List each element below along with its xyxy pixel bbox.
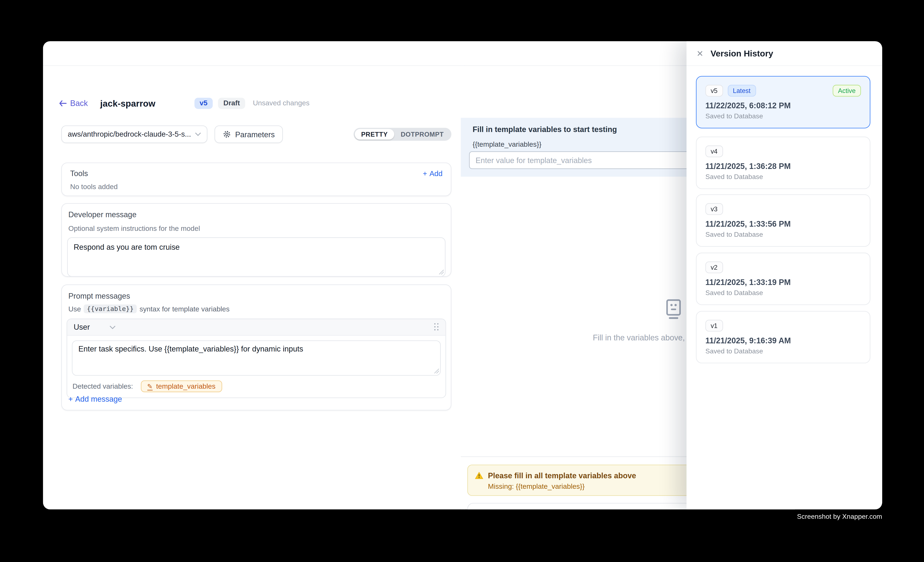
unsaved-changes-label: Unsaved changes: [253, 99, 309, 107]
warning-title: Please fill in all template variables ab…: [488, 471, 636, 480]
template-variables-title: Fill in template variables to start test…: [473, 125, 617, 134]
tools-card: Tools + Add No tools added: [62, 163, 452, 196]
model-select-value: aws/anthropic/bedrock-claude-3-5-s...: [68, 130, 195, 138]
tools-title: Tools: [70, 169, 88, 178]
plus-icon: +: [423, 169, 427, 178]
chevron-down-icon: [195, 132, 201, 136]
version-badge: v5: [194, 97, 213, 109]
back-arrow-icon: [59, 100, 67, 106]
version-date: 11/21/2025, 1:33:19 PM: [705, 278, 861, 287]
version-date: 11/21/2025, 9:16:39 AM: [705, 336, 861, 345]
version-number-badge: v4: [705, 145, 723, 157]
message-header: User: [67, 319, 446, 336]
version-history-title: Version History: [710, 49, 773, 58]
version-number-badge: v2: [705, 262, 723, 273]
tools-empty-text: No tools added: [70, 182, 442, 191]
prompt-messages-title: Prompt messages: [69, 291, 446, 300]
active-badge: Active: [832, 85, 861, 97]
version-card-v1[interactable]: v1 11/21/2025, 9:16:39 AM Saved to Datab…: [696, 311, 870, 363]
parameters-button[interactable]: Parameters: [214, 126, 283, 143]
detected-variables-label: Detected variables:: [72, 382, 133, 390]
page-title: jack-sparrow: [100, 98, 155, 108]
back-label: Back: [70, 99, 88, 108]
prompt-editor-pane: Back jack-sparrow v5 Draft Unsaved chang…: [43, 66, 465, 509]
version-card-v4[interactable]: v4 11/21/2025, 1:36:28 PM Saved to Datab…: [696, 137, 870, 189]
developer-message-card: Developer message Optional system instru…: [62, 203, 452, 277]
title-row: Back jack-sparrow v5 Draft Unsaved chang…: [59, 97, 309, 109]
version-status: Saved to Database: [705, 112, 861, 120]
developer-message-textarea[interactable]: Respond as you are tom cruise: [67, 237, 446, 277]
latest-badge: Latest: [728, 85, 756, 97]
message-block: User Enter task specifics. Use {{templat…: [67, 318, 446, 398]
back-button[interactable]: Back: [59, 99, 88, 108]
drag-handle-icon[interactable]: [434, 323, 439, 331]
pencil-icon: ✎: [147, 383, 153, 390]
version-status: Saved to Database: [705, 231, 861, 238]
hint-prefix: Use: [69, 305, 81, 313]
tab-pretty[interactable]: PRETTY: [355, 129, 394, 140]
developer-message-subtitle: Optional system instructions for the mod…: [69, 224, 446, 233]
version-status: Saved to Database: [705, 289, 861, 296]
version-card-v2[interactable]: v2 11/21/2025, 1:33:19 PM Saved to Datab…: [696, 253, 870, 305]
hint-suffix: syntax for template variables: [140, 305, 230, 313]
version-history-header: ✕ Version History: [687, 41, 882, 66]
parameters-label: Parameters: [235, 130, 275, 139]
draft-badge: Draft: [218, 97, 245, 109]
app-window: Back jack-sparrow v5 Draft Unsaved chang…: [43, 41, 882, 509]
gear-icon: [223, 130, 231, 138]
version-card-v3[interactable]: v3 11/21/2025, 1:33:56 PM Saved to Datab…: [696, 194, 870, 247]
message-textarea[interactable]: Enter task specifics. Use {{template_var…: [72, 341, 441, 376]
variable-code-chip: {{variable}}: [84, 305, 136, 313]
close-icon[interactable]: ✕: [697, 49, 704, 57]
developer-message-title: Developer message: [69, 210, 446, 219]
role-select-value: User: [74, 323, 90, 332]
version-number-badge: v3: [705, 203, 723, 215]
add-message-label: Add message: [75, 395, 122, 404]
detected-variables-row: Detected variables: ✎ template_variables: [67, 376, 446, 398]
detected-variable-name: template_variables: [156, 382, 216, 390]
prompt-messages-card: Prompt messages Use {{variable}} syntax …: [62, 284, 452, 411]
add-message-button[interactable]: + Add message: [69, 395, 122, 404]
version-card-v5[interactable]: v5 Latest Active 11/22/2025, 6:08:12 PM …: [696, 76, 870, 129]
watermark-credit: Screenshot by Xnapper.com: [797, 513, 882, 520]
version-status: Saved to Database: [705, 348, 861, 355]
version-date: 11/21/2025, 1:36:28 PM: [705, 162, 861, 171]
version-status: Saved to Database: [705, 173, 861, 180]
version-date: 11/22/2025, 6:08:12 PM: [705, 102, 861, 110]
version-date: 11/21/2025, 1:33:56 PM: [705, 220, 861, 229]
add-tool-button[interactable]: + Add: [423, 169, 442, 178]
template-syntax-hint: Use {{variable}} syntax for template var…: [69, 305, 446, 313]
chevron-down-icon: [110, 325, 116, 329]
version-number-badge: v5: [705, 85, 723, 97]
template-variable-label: {{template_variables}}: [473, 140, 542, 148]
version-history-panel: ✕ Version History v5 Latest Active 11/22…: [687, 41, 882, 509]
detected-variable-badge[interactable]: ✎ template_variables: [141, 380, 222, 392]
model-toolbar: aws/anthropic/bedrock-claude-3-5-s... Pa…: [62, 126, 452, 143]
warning-icon: [475, 472, 483, 479]
tab-dotprompt[interactable]: DOTPROMPT: [394, 129, 450, 140]
model-select[interactable]: aws/anthropic/bedrock-claude-3-5-s...: [62, 126, 207, 143]
role-select[interactable]: User: [74, 323, 116, 332]
add-tool-label: Add: [429, 169, 442, 178]
view-mode-toggle: PRETTY DOTPROMPT: [353, 128, 451, 141]
screenshot-stage: Back jack-sparrow v5 Draft Unsaved chang…: [0, 0, 924, 562]
version-number-badge: v1: [705, 320, 723, 332]
robot-face-icon: [666, 299, 681, 319]
plus-icon: +: [69, 395, 73, 404]
